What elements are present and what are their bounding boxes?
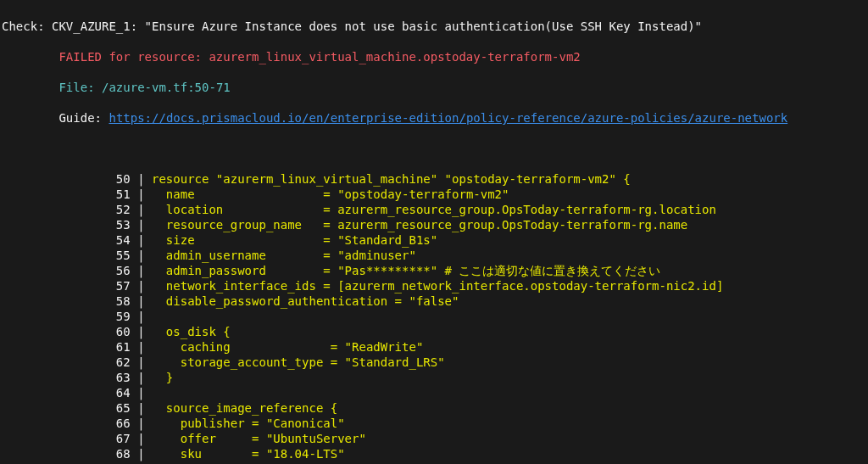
- code-text: caching = "ReadWrite": [152, 340, 423, 354]
- code-text: network_interface_ids = [azurerm_network…: [152, 279, 723, 293]
- code-line: 58 | disable_password_authentication = "…: [2, 293, 866, 309]
- code-line: 57 | network_interface_ids = [azurerm_ne…: [2, 278, 866, 293]
- line-number: 66 |: [2, 416, 152, 430]
- code-text: storage_account_type = "Standard_LRS": [152, 355, 445, 369]
- line-number: 61 |: [2, 340, 152, 354]
- code-line: 55 | admin_username = "adminuser": [2, 248, 866, 263]
- line-number: 58 |: [2, 294, 152, 308]
- line-number: 62 |: [2, 355, 152, 369]
- line-number: 64 |: [2, 386, 152, 400]
- code-text: }: [152, 371, 173, 384]
- guide-url[interactable]: https://docs.prismacloud.io/en/enterpris…: [108, 111, 787, 125]
- code-line: 62 | storage_account_type = "Standard_LR…: [2, 355, 866, 370]
- code-line: 51 | name = "opstoday-terraform-vm2": [2, 187, 866, 202]
- check-id: CKV_AZURE_1: [52, 20, 131, 33]
- line-number: 57 |: [2, 279, 152, 293]
- check-line: Check: CKV_AZURE_1: "Ensure Azure Instan…: [2, 19, 866, 34]
- blank-line: [2, 141, 866, 156]
- code-text: source_image_reference {: [152, 401, 337, 415]
- code-text: admin_password = "Pas*********" # ここは適切な…: [152, 264, 660, 277]
- line-number: 55 |: [2, 249, 152, 262]
- code-line: 60 | os_disk {: [2, 324, 866, 339]
- terminal-output[interactable]: Check: CKV_AZURE_1: "Ensure Azure Instan…: [0, 0, 868, 464]
- code-line: 52 | location = azurerm_resource_group.O…: [2, 202, 866, 217]
- code-text: resource_group_name = azurerm_resource_g…: [152, 218, 687, 232]
- line-number: 60 |: [2, 325, 152, 338]
- code-text: publisher = "Canonical": [152, 416, 345, 430]
- check-sep: :: [131, 20, 145, 33]
- code-text: location = azurerm_resource_group.OpsTod…: [152, 203, 716, 216]
- failed-line: FAILED for resource: azurerm_linux_virtu…: [2, 49, 866, 64]
- code-line: 61 | caching = "ReadWrite": [2, 339, 866, 355]
- code-line: 53 | resource_group_name = azurerm_resou…: [2, 217, 866, 232]
- code-text: offer = "UbuntuServer": [152, 432, 366, 445]
- check-label: Check:: [2, 20, 52, 33]
- line-number: 67 |: [2, 432, 152, 445]
- failed-msg: FAILED for resource: azurerm_linux_virtu…: [58, 50, 580, 64]
- code-line: 63 | }: [2, 370, 866, 385]
- code-line: 68 | sku = "18.04-LTS": [2, 446, 866, 461]
- line-number: 54 |: [2, 233, 152, 247]
- code-text: os_disk {: [152, 325, 231, 338]
- line-number: 63 |: [2, 371, 152, 384]
- code-text: size = "Standard_B1s": [152, 233, 437, 247]
- code-text: disable_password_authentication = "false…: [152, 294, 459, 308]
- code-line: 59 |: [2, 309, 866, 324]
- file-path: /azure-vm.tf:50-71: [102, 81, 231, 94]
- code-text: admin_username = "adminuser": [152, 249, 416, 262]
- check-desc: "Ensure Azure Instance does not use basi…: [145, 20, 702, 33]
- code-line: 67 | offer = "UbuntuServer": [2, 431, 866, 446]
- code-text: sku = "18.04-LTS": [152, 447, 345, 461]
- line-number: 59 |: [2, 310, 152, 323]
- file-line: File: /azure-vm.tf:50-71: [2, 80, 866, 95]
- code-line: 50 | resource "azurerm_linux_virtual_mac…: [2, 171, 866, 187]
- code-line: 64 |: [2, 385, 866, 400]
- code-text: name = "opstoday-terraform-vm2": [152, 187, 509, 201]
- code-line: 56 | admin_password = "Pas*********" # こ…: [2, 263, 866, 278]
- line-number: 65 |: [2, 401, 152, 415]
- guide-line: Guide: https://docs.prismacloud.io/en/en…: [2, 110, 866, 126]
- file-label: File:: [58, 81, 102, 94]
- code-line: 54 | size = "Standard_B1s": [2, 232, 866, 248]
- line-number: 52 |: [2, 203, 152, 216]
- line-number: 56 |: [2, 264, 152, 277]
- line-number: 50 |: [2, 172, 152, 186]
- line-number: 68 |: [2, 447, 152, 461]
- code-line: 65 | source_image_reference {: [2, 400, 866, 416]
- code-line: 66 | publisher = "Canonical": [2, 416, 866, 431]
- code-text: resource "azurerm_linux_virtual_machine"…: [152, 172, 631, 186]
- line-number: 51 |: [2, 187, 152, 201]
- guide-label: Guide:: [58, 111, 108, 125]
- code-block: 50 | resource "azurerm_linux_virtual_mac…: [2, 171, 866, 464]
- line-number: 53 |: [2, 218, 152, 232]
